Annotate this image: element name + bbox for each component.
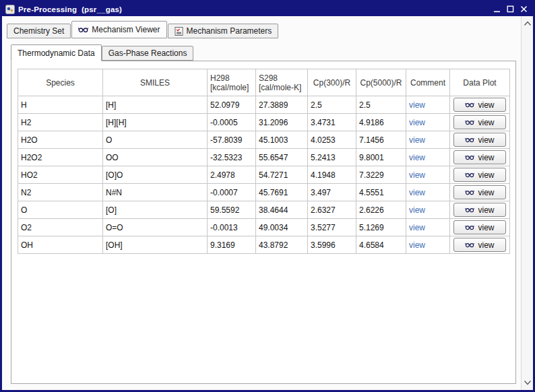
glasses-icon — [465, 102, 474, 108]
close-button[interactable] — [520, 5, 528, 13]
cell-species: HO2 — [18, 166, 103, 184]
data-plot-view-button[interactable]: view — [453, 168, 506, 182]
header-data-plot[interactable]: Data Plot — [450, 69, 510, 96]
comment-view-link[interactable]: view — [409, 118, 425, 127]
cell-s298: 43.8792 — [256, 236, 308, 254]
cell-comment: view — [406, 236, 450, 254]
client-area: Chemistry Set Mechanism Viewer — [2, 16, 533, 390]
vertical-scrollbar[interactable] — [521, 16, 533, 390]
cell-comment: view — [406, 96, 450, 114]
comment-view-link[interactable]: view — [409, 100, 425, 110]
cell-species: H2 — [18, 114, 103, 131]
tab-mechanism-viewer-label: Mechanism Viewer — [92, 25, 160, 34]
cell-s298: 38.4644 — [256, 201, 308, 219]
header-cp300[interactable]: Cp(300)/R — [308, 69, 356, 96]
glasses-icon — [465, 242, 474, 248]
table-body: H [H] 52.0979 27.3889 2.5 2.5 view view — [18, 96, 510, 254]
glasses-icon — [465, 119, 474, 125]
app-icon — [5, 5, 15, 14]
glasses-icon — [465, 154, 474, 160]
cell-h298: 59.5592 — [208, 201, 256, 219]
plot-button-label: view — [478, 135, 494, 145]
cell-h298: 52.0979 — [208, 96, 256, 114]
comment-view-link[interactable]: view — [409, 223, 425, 232]
tab-thermodynamic-data[interactable]: Thermodynamic Data — [11, 44, 102, 61]
title-bar[interactable]: Pre-Processing (psr__gas) — [2, 2, 533, 16]
cell-smiles: O — [103, 131, 208, 149]
parameters-icon — [175, 27, 183, 36]
plot-button-label: view — [478, 170, 494, 180]
header-s298[interactable]: S298 [cal/mole-K] — [256, 69, 308, 96]
comment-view-link[interactable]: view — [409, 153, 425, 162]
cell-cp300: 4.1948 — [308, 166, 356, 184]
data-plot-view-button[interactable]: view — [453, 98, 506, 112]
header-comment[interactable]: Comment — [406, 69, 450, 96]
header-smiles[interactable]: SMILES — [103, 69, 208, 96]
main-tab-bar: Chemistry Set Mechanism Viewer — [2, 20, 521, 38]
maximize-button[interactable] — [506, 5, 515, 13]
cell-comment: view — [406, 149, 450, 166]
minimize-button[interactable] — [493, 5, 501, 13]
sub-tab-bar: Thermodynamic Data Gas-Phase Reactions — [2, 43, 521, 61]
cell-cp5000: 5.1269 — [356, 219, 406, 236]
cell-data-plot: view — [450, 166, 510, 184]
data-plot-view-button[interactable]: view — [453, 115, 506, 129]
plot-button-label: view — [478, 118, 494, 127]
comment-view-link[interactable]: view — [409, 135, 425, 145]
cell-comment: view — [406, 184, 450, 201]
header-s298-line2: [cal/mole-K] — [259, 83, 305, 92]
tab-mechanism-viewer[interactable]: Mechanism Viewer — [71, 21, 166, 38]
cell-smiles: [O] — [103, 201, 208, 219]
header-h298[interactable]: H298 [kcal/mole] — [208, 69, 256, 96]
data-plot-view-button[interactable]: view — [453, 185, 506, 199]
header-species[interactable]: Species — [18, 69, 103, 96]
plot-button-label: view — [478, 240, 494, 250]
cell-species: H2O2 — [18, 149, 103, 166]
tab-chemistry-set[interactable]: Chemistry Set — [7, 24, 71, 38]
cell-species: H2O — [18, 131, 103, 149]
cell-h298: 2.4978 — [208, 166, 256, 184]
table-row: O [O] 59.5592 38.4644 2.6327 2.6226 view… — [18, 201, 510, 219]
cell-smiles: [O]O — [103, 166, 208, 184]
comment-view-link[interactable]: view — [409, 240, 425, 250]
cell-data-plot: view — [450, 131, 510, 149]
comment-view-link[interactable]: view — [409, 205, 425, 215]
header-cp5000[interactable]: Cp(5000)/R — [356, 69, 406, 96]
comment-view-link[interactable]: view — [409, 188, 425, 197]
cell-cp5000: 4.6584 — [356, 236, 406, 254]
cell-cp300: 2.6327 — [308, 201, 356, 219]
tab-mechanism-parameters[interactable]: Mechanism Parameters — [168, 24, 279, 38]
data-plot-view-button[interactable]: view — [453, 238, 506, 252]
cell-h298: -0.0013 — [208, 219, 256, 236]
table-row: H2O O -57.8039 45.1003 4.0253 7.1456 vie… — [18, 131, 510, 149]
cell-data-plot: view — [450, 219, 510, 236]
cell-cp300: 4.0253 — [308, 131, 356, 149]
table-row: N2 N#N -0.0007 45.7691 3.497 4.5551 view… — [18, 184, 510, 201]
tab-mechanism-parameters-label: Mechanism Parameters — [187, 26, 272, 36]
cell-species: N2 — [18, 184, 103, 201]
cell-h298: -32.5323 — [208, 149, 256, 166]
app-window: Pre-Processing (psr__gas) Chemistry Set — [0, 0, 535, 392]
cell-species: O2 — [18, 219, 103, 236]
tab-gas-phase-reactions[interactable]: Gas-Phase Reactions — [102, 46, 194, 61]
plot-button-label: view — [478, 153, 494, 162]
scroll-up-icon[interactable] — [523, 19, 532, 28]
window-controls — [493, 5, 530, 13]
plot-button-label: view — [478, 100, 494, 110]
cell-smiles: OO — [103, 149, 208, 166]
data-plot-view-button[interactable]: view — [453, 133, 506, 147]
cell-h298: -0.0007 — [208, 184, 256, 201]
glasses-icon — [465, 189, 474, 195]
data-plot-view-button[interactable]: view — [453, 220, 506, 234]
cell-cp5000: 2.6226 — [356, 201, 406, 219]
cell-cp300: 5.2413 — [308, 149, 356, 166]
cell-smiles: O=O — [103, 219, 208, 236]
plot-button-label: view — [478, 188, 494, 197]
comment-view-link[interactable]: view — [409, 170, 425, 180]
data-plot-view-button[interactable]: view — [453, 203, 506, 217]
scroll-down-icon[interactable] — [523, 378, 532, 387]
data-plot-view-button[interactable]: view — [453, 150, 506, 164]
cell-comment: view — [406, 201, 450, 219]
cell-s298: 55.6547 — [256, 149, 308, 166]
tab-gas-phase-reactions-label: Gas-Phase Reactions — [108, 48, 187, 58]
